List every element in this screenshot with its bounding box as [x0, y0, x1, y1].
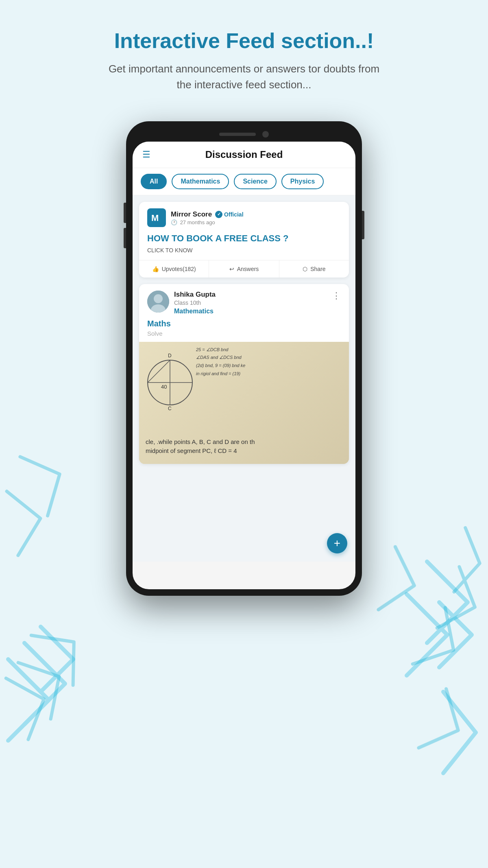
math-text-line1: cle, .while points A, B, C and D are on … — [146, 437, 342, 447]
tab-science[interactable]: Science — [234, 174, 276, 189]
clock-icon: 🕐 — [171, 219, 177, 225]
user-class: Class 10th — [174, 300, 327, 306]
official-name-row: Mirror Score ✓ Official — [171, 210, 341, 219]
hamburger-menu-icon[interactable]: ☰ — [142, 149, 150, 160]
svg-text:C: C — [168, 406, 172, 411]
share-button[interactable]: ⬡ Share — [279, 260, 349, 278]
math-diagram: D C 40 — [146, 350, 194, 417]
plus-icon: + — [334, 537, 340, 550]
tab-physics[interactable]: Physics — [281, 174, 324, 189]
post-subtext: CLICK TO KNOW — [147, 247, 341, 254]
phone-outer: ☰ Discussion Feed All Mathematics Scienc… — [126, 121, 362, 596]
answers-button[interactable]: ↩ Answers — [209, 260, 279, 278]
official-header: M Mirror Score ✓ Official — [147, 208, 341, 227]
app-header-title: Discussion Feed — [205, 149, 283, 160]
card-actions: 👍 Upvotes(182) ↩ Answers ⬡ Share — [139, 260, 349, 278]
svg-text:D: D — [168, 353, 172, 359]
fab-add-button[interactable]: + — [327, 533, 347, 553]
math-image-inner: D C 40 25 = ∠DCB bnd ∠DAS and ∠DCS bnd (… — [139, 342, 349, 464]
share-label: Share — [310, 266, 325, 272]
official-meta: Mirror Score ✓ Official 🕐 27 months ago — [171, 210, 341, 225]
phone-speaker — [219, 133, 256, 136]
more-options-icon[interactable]: ⋮ — [332, 291, 341, 301]
verified-check-icon: ✓ — [215, 211, 222, 218]
volume-buttons — [124, 203, 126, 253]
phone-mockup: ☰ Discussion Feed All Mathematics Scienc… — [126, 121, 362, 596]
user-card-header: Ishika Gupta Class 10th Mathematics ⋮ — [139, 284, 349, 315]
share-icon: ⬡ — [303, 266, 307, 272]
phone-notch — [133, 128, 355, 142]
header-section: Interactive Feed section..! Get importan… — [85, 0, 403, 109]
mirror-score-logo: M — [147, 208, 166, 227]
user-subject: Mathematics — [174, 308, 327, 315]
avatar-placeholder — [147, 291, 169, 313]
user-meta: Ishika Gupta Class 10th Mathematics — [174, 291, 327, 315]
math-handwriting-line2: ∠DAS and ∠DCS bnd — [196, 354, 342, 362]
official-author-name: Mirror Score — [171, 210, 212, 219]
solve-link[interactable]: Solve — [147, 330, 341, 337]
upvotes-label: Upvotes(182) — [162, 266, 196, 272]
math-handwriting-line1: 25 = ∠DCB bnd — [196, 346, 342, 354]
phone-screen: ☰ Discussion Feed All Mathematics Scienc… — [133, 142, 355, 589]
user-post-card: Ishika Gupta Class 10th Mathematics ⋮ Ma… — [139, 284, 349, 464]
upvote-button[interactable]: 👍 Upvotes(182) — [139, 260, 209, 278]
svg-text:M: M — [151, 213, 159, 223]
verified-label: Official — [224, 211, 243, 218]
post-topic: Maths — [147, 319, 341, 328]
filter-tabs-bar: All Mathematics Science Physics — [133, 168, 355, 195]
answers-label: Answers — [237, 266, 259, 272]
math-text-content: cle, .while points A, B, C and D are on … — [146, 437, 342, 456]
user-name: Ishika Gupta — [174, 291, 327, 299]
thumbs-up-icon: 👍 — [152, 266, 159, 272]
svg-text:40: 40 — [161, 384, 167, 390]
post-headline[interactable]: HOW TO BOOK A FREE CLASS ? — [147, 233, 341, 245]
official-post-card: M Mirror Score ✓ Official — [139, 202, 349, 278]
answers-icon: ↩ — [229, 266, 234, 272]
math-text-line2: midpoint of segment PC, ℓ CD = 4 — [146, 446, 342, 456]
post-time: 🕐 27 months ago — [171, 219, 341, 225]
official-card-body: M Mirror Score ✓ Official — [139, 202, 349, 260]
user-card-content: Maths Solve — [139, 315, 349, 337]
verified-badge: ✓ Official — [215, 211, 243, 218]
tab-mathematics[interactable]: Mathematics — [172, 174, 229, 189]
page-title: Interactive Feed section..! — [102, 28, 386, 53]
svg-point-2 — [154, 294, 163, 303]
app-header: ☰ Discussion Feed — [133, 142, 355, 168]
power-button — [362, 211, 364, 239]
tab-all[interactable]: All — [141, 174, 167, 189]
page-subtitle: Get important announcements or answers t… — [102, 61, 386, 93]
math-image: D C 40 25 = ∠DCB bnd ∠DAS and ∠DCS bnd (… — [139, 342, 349, 464]
user-avatar — [147, 291, 169, 313]
feed-content: M Mirror Score ✓ Official — [133, 195, 355, 562]
math-handwriting-line3: (2d) bnd, 9 = (09) bnd ke — [196, 362, 342, 370]
math-handwriting-line4: in rigiol and find = (19) — [196, 370, 342, 378]
phone-camera — [262, 131, 269, 138]
